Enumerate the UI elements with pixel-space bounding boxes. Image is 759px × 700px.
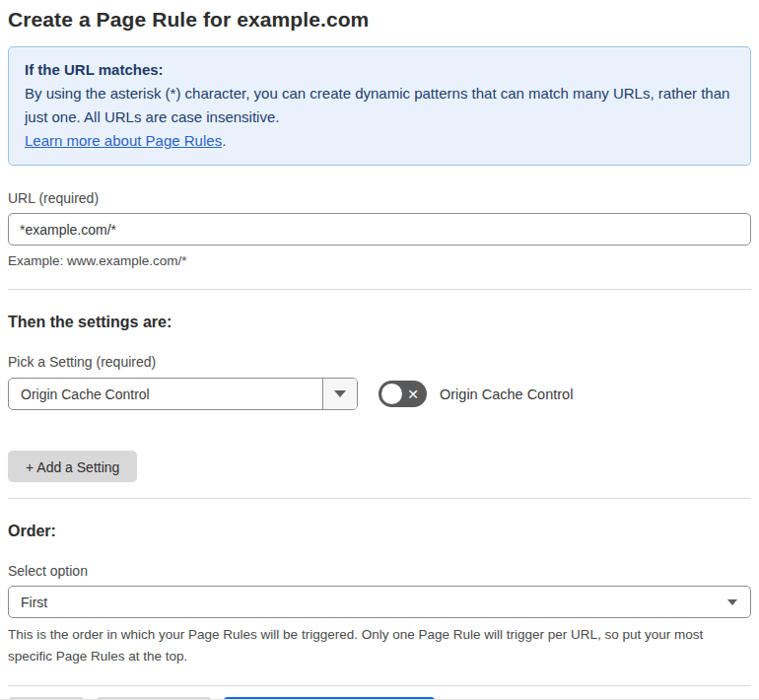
setting-select[interactable]: Origin Cache Control bbox=[8, 378, 358, 410]
order-section-heading: Order: bbox=[8, 523, 751, 540]
learn-more-link[interactable]: Learn more about Page Rules bbox=[25, 132, 222, 149]
order-help-text: This is the order in which your Page Rul… bbox=[8, 624, 745, 667]
page-rule-form: Create a Page Rule for example.com If th… bbox=[0, 0, 759, 700]
add-setting-button[interactable]: + Add a Setting bbox=[8, 451, 137, 482]
chevron-down-icon bbox=[334, 390, 346, 397]
info-box-body: By using the asterisk (*) character, you… bbox=[25, 82, 734, 129]
divider-after-settings bbox=[8, 498, 751, 499]
settings-section-heading: Then the settings are: bbox=[8, 314, 751, 331]
order-select[interactable]: First bbox=[8, 586, 751, 618]
info-box-link-line: Learn more about Page Rules. bbox=[25, 129, 734, 153]
page-title: Create a Page Rule for example.com bbox=[8, 8, 751, 32]
order-select-value: First bbox=[9, 587, 750, 617]
toggle-knob bbox=[381, 384, 402, 404]
url-match-info-box: If the URL matches: By using the asteris… bbox=[8, 46, 751, 166]
order-select-label: Select option bbox=[8, 563, 751, 579]
url-field-label: URL (required) bbox=[8, 190, 751, 206]
url-input[interactable] bbox=[8, 213, 751, 245]
url-example-text: Example: www.example.com/* bbox=[8, 253, 751, 268]
setting-select-value: Origin Cache Control bbox=[9, 379, 322, 409]
info-box-heading: If the URL matches: bbox=[25, 58, 734, 82]
toggle-off-x-icon: ✕ bbox=[407, 381, 419, 407]
divider-before-footer bbox=[8, 685, 751, 686]
origin-cache-toggle[interactable]: ✕ bbox=[379, 381, 427, 407]
setting-row: Origin Cache Control ✕ Origin Cache Cont… bbox=[8, 378, 751, 410]
setting-select-arrow-button[interactable] bbox=[322, 379, 357, 409]
chevron-down-icon bbox=[727, 599, 737, 605]
link-suffix: . bbox=[222, 132, 226, 149]
origin-cache-toggle-group: ✕ Origin Cache Control bbox=[379, 381, 573, 407]
divider-after-url bbox=[8, 289, 751, 290]
toggle-label: Origin Cache Control bbox=[440, 386, 573, 402]
pick-setting-label: Pick a Setting (required) bbox=[8, 354, 751, 370]
